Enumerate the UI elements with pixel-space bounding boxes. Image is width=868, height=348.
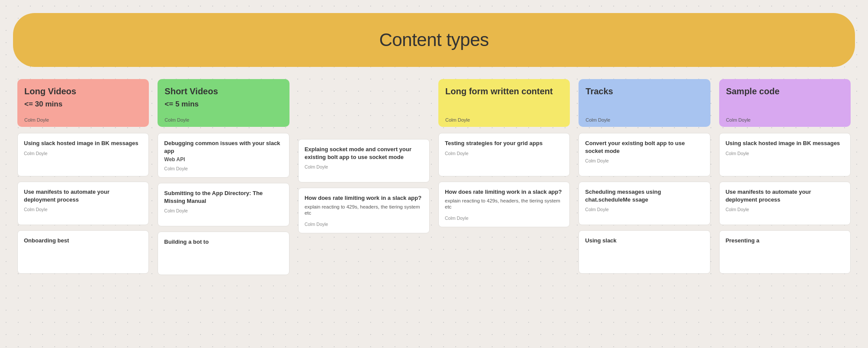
category-author: Colm Doyle xyxy=(445,117,470,123)
category-author: Colm Doyle xyxy=(585,117,610,123)
content-card[interactable]: Debugging common issues with your slack … xyxy=(158,133,289,178)
category-card-long-videos: Long Videos <= 30 mins Colm Doyle xyxy=(17,79,149,127)
content-title: Submitting to the App Directory: The Mis… xyxy=(164,189,283,205)
content-card[interactable]: Explaing socket mode and convert your ex… xyxy=(298,139,430,182)
content-title: How does rate limiting work in a slack a… xyxy=(305,194,423,202)
content-title: Scheduling messages using chat.scheduleM… xyxy=(585,188,704,203)
category-card-sample-code: Sample code Colm Doyle xyxy=(719,79,851,127)
content-card[interactable]: Convert your existing bolt app to use so… xyxy=(579,133,710,176)
content-card[interactable]: Onboarding best xyxy=(17,230,149,274)
category-subtitle: <= 30 mins xyxy=(24,100,142,109)
content-author: Colm Doyle xyxy=(305,164,423,169)
column-tracks: Tracks Colm Doyle Convert your existing … xyxy=(574,79,714,280)
content-card[interactable]: Using slack xyxy=(579,230,710,274)
content-author: Colm Doyle xyxy=(585,158,704,163)
category-title: Long Videos xyxy=(24,86,142,96)
category-card-tracks: Tracks Colm Doyle xyxy=(579,79,710,127)
category-card-short-videos: Short Videos <= 5 mins Colm Doyle xyxy=(158,79,289,127)
content-card[interactable]: Submitting to the App Directory: The Mis… xyxy=(158,183,289,226)
content-title: Use manifests to automate your deploymen… xyxy=(726,188,844,203)
content-author: Colm Doyle xyxy=(726,151,844,156)
content-author: Colm Doyle xyxy=(445,151,563,156)
category-card-long-form: Long form written content Colm Doyle xyxy=(438,79,570,127)
content-title: Convert your existing bolt app to use so… xyxy=(585,139,704,155)
content-title: Presenting a xyxy=(726,237,844,245)
category-title: Long form written content xyxy=(445,86,563,96)
header-banner: Content types xyxy=(13,13,855,67)
content-author: Colm Doyle xyxy=(24,151,142,156)
content-title: Use manifests to automate your deploymen… xyxy=(24,188,142,203)
content-title: How does rate limiting work in a slack a… xyxy=(445,188,563,196)
content-subtitle: explain reacting to 429s, headers, the t… xyxy=(445,198,563,211)
content-title: Building a bot to xyxy=(164,238,283,246)
category-title: Short Videos xyxy=(164,86,282,96)
content-card[interactable]: Presenting a xyxy=(719,230,851,274)
columns-container: Long Videos <= 30 mins Colm Doyle Using … xyxy=(13,79,855,280)
content-author: Colm Doyle xyxy=(305,222,423,227)
page-wrapper: Content types Long Videos <= 30 mins Col… xyxy=(0,0,868,289)
content-author: Colm Doyle xyxy=(585,207,704,212)
category-author: Colm Doyle xyxy=(726,117,751,123)
category-author: Colm Doyle xyxy=(164,117,189,123)
column-long-form: Long form written content Colm Doyle Tes… xyxy=(434,79,574,280)
content-title: Using slack xyxy=(585,237,704,245)
content-card[interactable]: Use manifests to automate your deploymen… xyxy=(719,182,851,225)
category-title: Tracks xyxy=(585,86,703,96)
content-author: Colm Doyle xyxy=(164,166,283,171)
content-title: Onboarding best xyxy=(24,237,142,245)
page-title: Content types xyxy=(22,30,846,50)
content-title: Using slack hosted image in BK messages xyxy=(726,139,844,147)
column-short-videos-2: Explaing socket mode and convert your ex… xyxy=(294,79,434,280)
content-title: Using slack hosted image in BK messages xyxy=(24,139,142,147)
content-title: Debugging common issues with your slack … xyxy=(164,139,283,155)
content-title: Testing strategies for your grid apps xyxy=(445,139,563,147)
content-author: Colm Doyle xyxy=(445,215,563,221)
category-subtitle: <= 5 mins xyxy=(164,100,282,109)
content-card[interactable]: Using slack hosted image in BK messages … xyxy=(719,133,851,176)
column-long-videos: Long Videos <= 30 mins Colm Doyle Using … xyxy=(13,79,153,280)
content-title: Explaing socket mode and convert your ex… xyxy=(305,146,423,161)
content-card[interactable]: Scheduling messages using chat.scheduleM… xyxy=(579,182,710,225)
content-author: Colm Doyle xyxy=(726,207,844,212)
content-card[interactable]: Testing strategies for your grid apps Co… xyxy=(438,133,570,176)
content-card[interactable]: Using slack hosted image in BK messages … xyxy=(17,133,149,176)
column-sample-code: Sample code Colm Doyle Using slack hoste… xyxy=(715,79,855,280)
content-card[interactable]: How does rate limiting work in a slack a… xyxy=(298,188,430,233)
content-subtitle: explain reacting to 429s, headers, the t… xyxy=(305,204,423,217)
content-author: Colm Doyle xyxy=(24,207,142,212)
category-title: Sample code xyxy=(726,86,844,96)
web-api-tag: Web API xyxy=(164,156,283,162)
content-card[interactable]: Building a bot to xyxy=(158,232,289,275)
column-short-videos: Short Videos <= 5 mins Colm Doyle Debugg… xyxy=(153,79,293,280)
content-card[interactable]: How does rate limiting work in a slack a… xyxy=(438,182,570,227)
content-card[interactable]: Use manifests to automate your deploymen… xyxy=(17,182,149,225)
category-author: Colm Doyle xyxy=(24,117,49,123)
content-author: Colm Doyle xyxy=(164,208,283,213)
